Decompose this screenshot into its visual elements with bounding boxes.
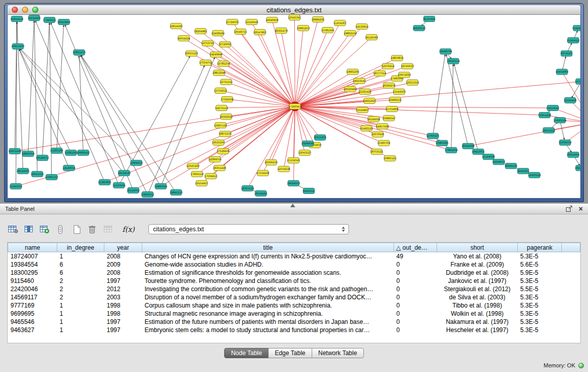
table-selector-dropdown[interactable]: citations_edges.txt <box>148 224 349 234</box>
graph-node[interactable]: 14957508 <box>376 123 388 129</box>
graph-node[interactable]: 19313404 <box>57 19 70 25</box>
graph-node[interactable]: 12076214 <box>381 63 394 69</box>
graph-node[interactable]: 18124120 <box>118 170 130 176</box>
graph-node[interactable]: 12450122 <box>528 172 541 178</box>
graph-node[interactable]: 22408184 <box>211 30 224 36</box>
graph-node[interactable]: 11254307 <box>334 20 346 26</box>
graph-node[interactable]: 17534106 <box>256 170 269 176</box>
graph-node[interactable]: 15905133 <box>45 174 58 180</box>
graph-node[interactable]: 18245032 <box>575 165 580 171</box>
graph-node[interactable]: 18547963 <box>253 29 266 35</box>
graph-node[interactable]: 16022154 <box>447 58 460 64</box>
graph-node[interactable]: 12043127 <box>298 150 311 156</box>
graph-node[interactable]: 15993124 <box>553 117 566 123</box>
graph-node[interactable]: 19745033 <box>401 63 413 69</box>
graph-node[interactable]: 16355124 <box>241 186 254 191</box>
graph-node[interactable]: 16124585 <box>365 34 378 40</box>
graph-node[interactable]: 19051335 <box>31 171 43 177</box>
table-row[interactable]: 1938455462009Genome-wide association stu… <box>8 260 580 269</box>
graph-node[interactable]: 16311255 <box>314 135 326 140</box>
graph-node[interactable]: 16961253 <box>297 25 310 31</box>
graph-node[interactable]: 12051246 <box>8 148 21 154</box>
graph-node[interactable]: 18984205 <box>312 16 324 22</box>
table-row[interactable]: 2242004622012Investigating the contribut… <box>8 285 580 293</box>
graph-node[interactable]: 10965045 <box>435 140 448 146</box>
graph-node[interactable]: 15754908 <box>385 106 398 112</box>
graph-node[interactable]: 10974393 <box>398 72 410 78</box>
panel-splitter-handle[interactable] <box>290 204 295 207</box>
table-row[interactable]: 946554611997Estimation of the future num… <box>8 318 580 326</box>
column-header-in-degree[interactable]: in_degree <box>57 243 104 252</box>
graph-node[interactable]: 14454063 <box>555 69 568 75</box>
column-header-pagerank[interactable]: pagerank <box>518 243 562 252</box>
graph-node[interactable]: 18064125 <box>505 163 517 169</box>
graph-node[interactable]: 15495704 <box>377 140 390 146</box>
graph-node[interactable]: 18753121 <box>370 149 383 155</box>
graph-node[interactable]: 14275112 <box>215 105 228 111</box>
graph-node[interactable]: 12754212 <box>214 88 227 94</box>
graph-node[interactable]: 18301270 <box>275 28 288 33</box>
graph-node[interactable]: 12545341 <box>288 15 301 20</box>
graph-node[interactable]: 13067122 <box>214 122 227 128</box>
graph-node[interactable]: 10424553 <box>572 25 580 31</box>
graph-node[interactable]: 8125304 <box>424 16 435 21</box>
minimize-window-button[interactable] <box>22 7 28 13</box>
column-visibility-button[interactable] <box>22 223 35 235</box>
graph-node[interactable]: 18777514 <box>373 71 386 76</box>
graph-node[interactable]: 12545220 <box>186 163 199 169</box>
graph-node[interactable]: 11544907 <box>356 107 368 113</box>
graph-node[interactable]: 18812046 <box>212 70 225 76</box>
graph-node[interactable]: 19448794 <box>439 49 452 54</box>
graph-node[interactable]: 14240946 <box>209 52 222 57</box>
graph-node[interactable]: 12104554 <box>558 140 571 145</box>
graph-node[interactable]: 15124506 <box>482 154 495 160</box>
graph-node[interactable]: 14120554 <box>62 165 75 171</box>
graph-node[interactable]: 19871233 <box>219 131 231 137</box>
table-row[interactable]: 1830029562008Estimation of significance … <box>8 269 580 277</box>
graph-node[interactable]: 19024553 <box>287 181 300 186</box>
graph-node[interactable]: 17604118 <box>190 171 203 177</box>
graph-node[interactable]: 10214542 <box>546 105 559 111</box>
graph-node[interactable]: 14530954 <box>355 24 368 29</box>
float-panel-button[interactable] <box>566 206 573 212</box>
graph-node[interactable]: 16351428 <box>213 165 226 171</box>
table-row[interactable]: 977716911998Corpus callosum shape and si… <box>8 301 580 310</box>
import-table-button[interactable] <box>38 223 51 235</box>
graph-node[interactable]: 18302022 <box>220 114 232 119</box>
table-row[interactable]: 969969511998Structural magnetic resonanc… <box>8 310 580 318</box>
graph-node[interactable]: 15134545 <box>287 158 300 163</box>
graph-node[interactable]: 12284554 <box>208 157 221 162</box>
graph-node[interactable]: 12751141 <box>220 79 232 85</box>
graph-node[interactable]: 17554752 <box>199 60 212 65</box>
column-header-year[interactable]: year <box>104 243 142 252</box>
graph-node[interactable]: 17240415 <box>289 104 301 110</box>
graph-node[interactable]: 16124052 <box>127 188 140 193</box>
graph-node[interactable]: 20660412 <box>77 150 90 156</box>
merge-table-button[interactable] <box>101 223 115 235</box>
graph-node[interactable]: 12211214 <box>406 80 419 85</box>
graph-node[interactable]: 17504413 <box>204 173 217 179</box>
column-header-title[interactable]: title <box>142 243 394 252</box>
graph-node[interactable]: 10254118 <box>10 16 23 21</box>
graph-node[interactable]: 14985045 <box>155 184 167 189</box>
graph-node[interactable]: 14681205 <box>346 69 359 75</box>
graph-node[interactable]: 16164276 <box>382 83 395 89</box>
graph-node[interactable]: 15205106 <box>50 148 63 154</box>
network-window-titlebar[interactable]: citations_edges.txt <box>7 5 581 15</box>
graph-node[interactable]: 15951208 <box>538 112 551 118</box>
graph-node[interactable]: 15281245 <box>64 150 77 156</box>
graph-node[interactable]: 12104408 <box>563 98 576 103</box>
graph-node[interactable]: 15581245 <box>321 27 334 33</box>
tab-node-table[interactable]: Node Table <box>224 348 269 358</box>
graph-node[interactable]: 19184545 <box>301 141 314 146</box>
graph-node[interactable]: 19862104 <box>344 30 357 36</box>
graph-node[interactable]: 10996547 <box>382 115 395 121</box>
graph-node[interactable]: 16455212 <box>542 127 555 133</box>
graph-node[interactable]: 12070416 <box>371 132 384 137</box>
graph-node[interactable]: 12793125 <box>426 133 439 139</box>
graph-node[interactable]: 18540462 <box>254 191 267 196</box>
graph-node[interactable]: 16104058 <box>367 116 380 122</box>
graph-node[interactable]: 14212405 <box>28 15 40 20</box>
graph-node[interactable]: 16549715 <box>234 29 247 34</box>
graph-node[interactable]: 12904553 <box>130 160 143 166</box>
